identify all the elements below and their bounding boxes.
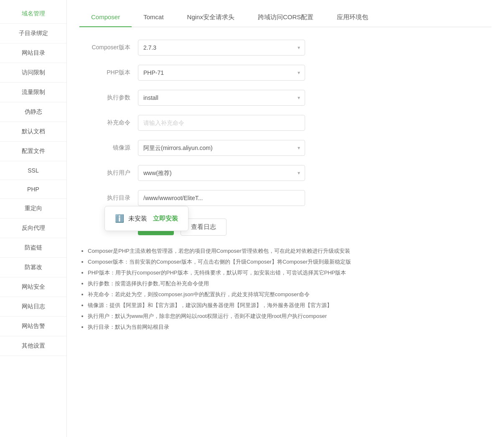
sidebar-item-pseudostatic[interactable]: 伪静态 bbox=[0, 102, 66, 122]
main-content: Composer Tomcat Nginx安全请求头 跨域访问CORS配置 应用… bbox=[67, 0, 504, 437]
exec-dir-label: 执行目录 bbox=[79, 194, 138, 202]
composer-version-wrapper: 2.7.3 ▾ bbox=[138, 40, 305, 56]
sidebar-item-weblog[interactable]: 网站日志 bbox=[0, 297, 66, 317]
tab-nginx[interactable]: Nginx安全请求头 bbox=[176, 8, 246, 27]
sidebar-item-traffic[interactable]: 流量限制 bbox=[0, 83, 66, 102]
supplement-row: 补充命令 bbox=[79, 115, 491, 131]
exec-params-wrapper: install ▾ bbox=[138, 90, 305, 106]
help-list-item: 补充命令：若此处为空，则按composer.json中的配置执行，此处支持填写完… bbox=[88, 289, 491, 300]
supplement-label: 补充命令 bbox=[79, 119, 138, 127]
help-list-item: 执行目录：默认为当前网站根目录 bbox=[88, 322, 491, 333]
tab-cors[interactable]: 跨域访问CORS配置 bbox=[246, 8, 325, 27]
php-version-row: PHP版本 PHP-71 ▾ bbox=[79, 65, 491, 81]
sidebar: 域名管理 子目录绑定 网站目录 访问限制 流量限制 伪静态 默认文档 配置文件 … bbox=[0, 0, 67, 437]
sidebar-item-redirect[interactable]: 重定向 bbox=[0, 199, 66, 218]
sidebar-item-webalert[interactable]: 网站告警 bbox=[0, 317, 66, 336]
exec-params-control: install ▾ bbox=[138, 90, 305, 106]
composer-version-label: Composer版本 bbox=[79, 44, 138, 51]
exec-user-row: 执行用户 www(推荐) ▾ bbox=[79, 165, 491, 181]
not-installed-tooltip: ℹ️ 未安装 立即安装 bbox=[104, 206, 188, 231]
php-version-label: PHP版本 bbox=[79, 69, 138, 76]
help-list-item: 执行用户：默认为www用户，除非您的网站以root权限运行，否则不建议使用roo… bbox=[88, 311, 491, 322]
composer-version-control: 2.7.3 ▾ bbox=[138, 40, 305, 56]
exec-params-select[interactable]: install bbox=[138, 90, 305, 106]
mirror-control: 阿里云(mirrors.aliyun.com) ▾ bbox=[138, 140, 305, 156]
mirror-select[interactable]: 阿里云(mirrors.aliyun.com) bbox=[138, 140, 305, 156]
help-list-item: Composer版本：当前安装的Composer版本，可点击右侧的【升级Comp… bbox=[88, 257, 491, 267]
php-version-wrapper: PHP-71 ▾ bbox=[138, 65, 305, 81]
warning-icon: ℹ️ bbox=[115, 214, 124, 223]
help-list: Composer是PHP主流依赖包管理器，若您的项目使用Composer管理依赖… bbox=[79, 246, 491, 333]
tab-bar: Composer Tomcat Nginx安全请求头 跨域访问CORS配置 应用… bbox=[79, 8, 491, 27]
tab-composer[interactable]: Composer bbox=[79, 8, 132, 27]
exec-user-control: www(推荐) ▾ bbox=[138, 165, 305, 181]
sidebar-item-other[interactable]: 其他设置 bbox=[0, 336, 66, 356]
help-list-item: 执行参数：按需选择执行参数,可配合补充命令使用 bbox=[88, 278, 491, 289]
sidebar-item-websec[interactable]: 网站安全 bbox=[0, 277, 66, 297]
composer-version-select[interactable]: 2.7.3 bbox=[138, 40, 305, 56]
composer-form: Composer版本 2.7.3 ▾ PHP版本 PHP-71 ▾ bbox=[79, 40, 491, 333]
mirror-wrapper: 阿里云(mirrors.aliyun.com) ▾ bbox=[138, 140, 305, 156]
exec-user-label: 执行用户 bbox=[79, 169, 138, 177]
sidebar-item-domain[interactable]: 域名管理 bbox=[0, 4, 66, 24]
exec-user-wrapper: www(推荐) ▾ bbox=[138, 165, 305, 181]
exec-dir-control bbox=[138, 190, 305, 206]
sidebar-item-php[interactable]: PHP bbox=[0, 180, 66, 199]
tooltip-not-installed-text: 未安装 bbox=[128, 215, 147, 223]
exec-dir-input[interactable] bbox=[138, 190, 305, 206]
sidebar-item-ssl[interactable]: SSL bbox=[0, 161, 66, 180]
exec-user-select[interactable]: www(推荐) bbox=[138, 165, 305, 181]
help-list-item: Composer是PHP主流依赖包管理器，若您的项目使用Composer管理依赖… bbox=[88, 246, 491, 257]
sidebar-item-tamper[interactable]: 防篡改 bbox=[0, 258, 66, 277]
composer-version-row: Composer版本 2.7.3 ▾ bbox=[79, 40, 491, 56]
install-now-link[interactable]: 立即安装 bbox=[153, 215, 178, 223]
sidebar-item-config[interactable]: 配置文件 bbox=[0, 142, 66, 161]
supplement-control bbox=[138, 115, 305, 131]
tab-tomcat[interactable]: Tomcat bbox=[132, 8, 175, 27]
mirror-row: 镜像源 阿里云(mirrors.aliyun.com) ▾ bbox=[79, 140, 491, 156]
exec-params-label: 执行参数 bbox=[79, 94, 138, 102]
supplement-input[interactable] bbox=[138, 115, 305, 131]
exec-params-row: 执行参数 install ▾ bbox=[79, 90, 491, 106]
sidebar-item-hotlink[interactable]: 防盗链 bbox=[0, 238, 66, 258]
help-list-item: PHP版本：用于执行composer的PHP版本，无特殊要求，默认即可，如安装出… bbox=[88, 267, 491, 278]
sidebar-item-access[interactable]: 访问限制 bbox=[0, 63, 66, 83]
help-list-item: 镜像源：提供【阿里源】和【官方源】，建议国内服务器使用【阿里源】，海外服务器使用… bbox=[88, 300, 491, 311]
sidebar-item-webroot[interactable]: 网站目录 bbox=[0, 43, 66, 63]
mirror-label: 镜像源 bbox=[79, 144, 138, 152]
tab-env[interactable]: 应用环境包 bbox=[325, 8, 380, 27]
php-version-control: PHP-71 ▾ bbox=[138, 65, 305, 81]
exec-dir-row: 执行目录 ℹ️ 未安装 立即安装 bbox=[79, 190, 491, 206]
php-version-select[interactable]: PHP-71 bbox=[138, 65, 305, 81]
sidebar-item-proxy[interactable]: 反向代理 bbox=[0, 218, 66, 238]
sidebar-item-defaultdoc[interactable]: 默认文档 bbox=[0, 122, 66, 142]
sidebar-item-subdir[interactable]: 子目录绑定 bbox=[0, 24, 66, 43]
